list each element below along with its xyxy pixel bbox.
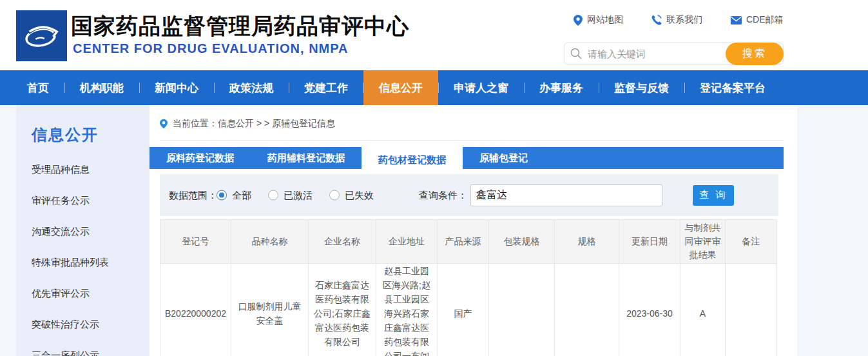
- nav-item-label: 政策法规: [229, 81, 273, 95]
- tab[interactable]: 药用辅料登记数据: [251, 147, 362, 169]
- nav-item[interactable]: 政策法规: [214, 70, 289, 105]
- sidebar-item-label: 优先审评公示: [32, 288, 90, 300]
- sidebar-item[interactable]: 突破性治疗公示: [16, 309, 149, 340]
- filter-panel: 数据范围： 全部 已激活 已失效: [160, 174, 778, 216]
- radio-label: 已激活: [284, 189, 313, 201]
- table-cell: [489, 264, 555, 356]
- tab[interactable]: 药包材登记数据: [362, 147, 463, 173]
- nav-item[interactable]: 机构职能: [64, 70, 139, 105]
- nav-item[interactable]: 新闻中心: [139, 70, 214, 105]
- scope-radio-option[interactable]: 已激活: [268, 189, 313, 201]
- tab-label: 原辅包登记: [479, 152, 528, 164]
- scope-radio-option[interactable]: 全部: [217, 189, 251, 201]
- nav-item-label: 办事服务: [539, 81, 583, 95]
- nav-item-label: 机构职能: [80, 81, 124, 95]
- nav-item[interactable]: 党建工作: [289, 70, 363, 105]
- header-links: 网站地图 联系我们 CDE邮箱: [574, 14, 784, 26]
- sidebar-item[interactable]: 特殊审批品种列表: [16, 247, 149, 278]
- table-header-cell: 品种名称: [231, 220, 309, 264]
- table-cell: 国产: [438, 264, 489, 356]
- table-cell: 赵县工业园区海兴路;赵县工业园区海兴路石家庄鑫富达医药包装有限公司一车间: [376, 264, 438, 356]
- tab[interactable]: 原辅包登记: [463, 147, 545, 169]
- table-cell: 口服制剂用儿童安全盖: [231, 264, 309, 356]
- nav-item-label: 首页: [27, 81, 49, 95]
- table-cell: [555, 264, 619, 356]
- mail-link[interactable]: CDE邮箱: [731, 14, 784, 26]
- scope-label: 数据范围：: [169, 189, 217, 201]
- mail-label: CDE邮箱: [746, 14, 784, 26]
- search-icon: [570, 48, 582, 59]
- nav-item[interactable]: 申请人之窗: [438, 70, 524, 105]
- sidebar-menu: 受理品种信息 审评任务公示 沟通交流公示 特殊审批品种列表 优先审评公示: [16, 154, 149, 356]
- table-header-cell: 登记号: [160, 220, 231, 264]
- query-input[interactable]: [470, 184, 662, 206]
- sidebar-item[interactable]: 优先审评公示: [16, 278, 149, 309]
- results-table-wrap: 登记号 品种名称 企业名称 企业地址 产品来源 包装规格 规格: [160, 219, 776, 356]
- sidebar-item-label: 三合一序列公示: [32, 350, 99, 356]
- radio-icon[interactable]: [329, 190, 340, 201]
- phone-icon: [651, 15, 662, 25]
- nav-item[interactable]: 监督与反馈: [599, 70, 684, 105]
- table-cell: 石家庄鑫富达医药包装有限公司;石家庄鑫富达医药包装有限公司: [309, 264, 376, 356]
- sidebar-item-label: 突破性治疗公示: [32, 319, 99, 331]
- sidebar-item[interactable]: 审评任务公示: [16, 185, 149, 216]
- breadcrumb-pin-icon: [160, 119, 168, 129]
- table-row: B20220000202口服制剂用儿童安全盖石家庄鑫富达医药包装有限公司;石家庄…: [160, 264, 777, 356]
- nav-item-label: 党建工作: [304, 81, 348, 95]
- radio-icon[interactable]: [217, 190, 227, 201]
- table-header-cell: 包装规格: [489, 220, 555, 264]
- tab-label: 药包材登记数据: [378, 154, 446, 166]
- sidebar-item-label: 沟通交流公示: [32, 226, 90, 238]
- breadcrumb: 当前位置：信息公开 > > 原辅包登记信息: [160, 118, 335, 130]
- table-header-cell: 规格: [555, 220, 619, 264]
- table-header-cell: 产品来源: [438, 220, 489, 264]
- query-label: 查询条件：: [419, 189, 467, 201]
- nav-item[interactable]: 信息公开: [363, 70, 438, 105]
- results-table: 登记号 品种名称 企业名称 企业地址 产品来源 包装规格 规格: [160, 219, 777, 356]
- nav-item[interactable]: 首页: [12, 70, 64, 105]
- location-pin-icon: [574, 15, 583, 26]
- radio-label: 全部: [232, 189, 251, 201]
- table-cell: B20220000202: [160, 264, 231, 356]
- scope-radio-group: 全部 已激活 已失效: [217, 189, 374, 201]
- sidebar-item[interactable]: 三合一序列公示: [16, 340, 149, 356]
- page: 国家药品监督管理局药品审评中心 CENTER FOR DRUG EVALUATI…: [0, 0, 868, 356]
- radio-label: 已失效: [345, 189, 374, 201]
- sidebar-item[interactable]: 受理品种信息: [16, 154, 149, 185]
- table-header-cell: 更新日期: [619, 220, 680, 264]
- nav-item[interactable]: 办事服务: [524, 70, 599, 105]
- sidebar-item-label: 受理品种信息: [32, 164, 90, 176]
- nav-item-label: 登记备案平台: [700, 81, 766, 95]
- sitemap-label: 网站地图: [587, 14, 623, 26]
- tab-bar: 原料药登记数据 药用辅料登记数据 药包材登记数据 原辅包登记: [149, 147, 784, 169]
- sidebar: 信息公开 受理品种信息 审评任务公示 沟通交流公示 特殊审批品种列表: [16, 105, 149, 356]
- nav-item-label: 信息公开: [379, 81, 423, 95]
- sitemap-link[interactable]: 网站地图: [574, 14, 623, 26]
- nav-item-label: 新闻中心: [155, 81, 198, 95]
- table-cell: [726, 264, 777, 356]
- site-search-button[interactable]: 搜索: [726, 43, 784, 65]
- tab-label: 原料药登记数据: [166, 152, 234, 164]
- query-button[interactable]: 查 询: [693, 185, 734, 206]
- table-cell: A: [680, 264, 726, 356]
- tab[interactable]: 原料药登记数据: [149, 147, 251, 169]
- breadcrumb-divider: [160, 140, 784, 141]
- cde-logo: [16, 10, 67, 61]
- scope-radio-option[interactable]: 已失效: [329, 189, 374, 201]
- table-cell: 2023-06-30: [619, 264, 680, 356]
- table-header-cell: 备注: [726, 220, 777, 264]
- table-body: B20220000202口服制剂用儿童安全盖石家庄鑫富达医药包装有限公司;石家庄…: [160, 264, 777, 356]
- table-header-row: 登记号 品种名称 企业名称 企业地址 产品来源 包装规格 规格: [160, 220, 777, 264]
- nav-item-label: 申请人之窗: [454, 81, 508, 95]
- tab-label: 药用辅料登记数据: [267, 152, 345, 164]
- nav-item[interactable]: 登记备案平台: [684, 70, 781, 105]
- content-panel: 当前位置：信息公开 > > 原辅包登记信息 原料药登记数据 药用辅料登记数据 药…: [149, 105, 797, 356]
- contact-link[interactable]: 联系我们: [651, 14, 702, 26]
- site-title: 国家药品监督管理局药品审评中心: [71, 12, 409, 41]
- sidebar-item[interactable]: 沟通交流公示: [16, 216, 149, 247]
- cde-logo-icon: [22, 16, 62, 56]
- radio-icon[interactable]: [268, 190, 278, 201]
- table-header-cell: 企业名称: [309, 220, 376, 264]
- table-header-cell: 与制剂共同审评审批结果: [680, 220, 726, 264]
- site-subtitle: CENTER FOR DRUG EVALUATION, NMPA: [73, 41, 349, 56]
